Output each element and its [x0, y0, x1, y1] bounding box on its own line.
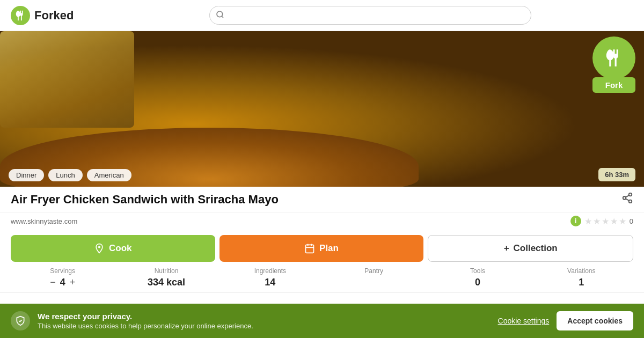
- star-1: ★: [584, 216, 592, 226]
- fries-layer: [0, 31, 134, 128]
- stat-nutrition: Nutrition 334 kcal: [114, 267, 218, 288]
- hero-image: Fork Dinner Lunch American 6h 33m: [0, 31, 644, 187]
- cookie-description: This website uses cookies to help person…: [38, 322, 491, 330]
- header: Forked: [0, 0, 644, 31]
- plan-button[interactable]: Plan: [219, 235, 424, 262]
- hero-background: [0, 31, 644, 187]
- cook-button[interactable]: Cook: [11, 235, 215, 262]
- svg-point-7: [98, 246, 100, 248]
- fork-button-wrap[interactable]: Fork: [592, 36, 635, 93]
- search-input[interactable]: [209, 6, 531, 25]
- recipe-title: Air Fryer Chicken Sandwich with Sriracha…: [11, 193, 279, 207]
- collection-plus: +: [504, 243, 509, 254]
- svg-line-5: [626, 199, 629, 201]
- star-3: ★: [602, 216, 609, 226]
- star-5: ★: [619, 216, 626, 226]
- servings-number: 4: [60, 277, 65, 288]
- servings-minus[interactable]: −: [50, 277, 56, 288]
- star-4: ★: [610, 216, 618, 226]
- tools-label: Tools: [426, 267, 529, 275]
- star-2: ★: [593, 216, 601, 226]
- ingredients-value: 14: [218, 277, 322, 288]
- tags-row: Dinner Lunch American: [9, 169, 131, 181]
- tag-dinner[interactable]: Dinner: [9, 169, 44, 181]
- title-bar: Air Fryer Chicken Sandwich with Sriracha…: [0, 187, 644, 212]
- svg-line-6: [626, 195, 629, 197]
- stat-variations: Variations 1: [530, 267, 633, 288]
- stat-servings: Servings − 4 +: [11, 267, 114, 288]
- ingredients-label: Ingredients: [218, 267, 322, 275]
- logo-icon: [11, 6, 30, 25]
- cookie-text-area: We respect your privacy. This website us…: [38, 312, 491, 330]
- svg-point-3: [623, 196, 626, 200]
- source-link[interactable]: www.skinnytaste.com: [11, 217, 77, 225]
- cookie-accept-button[interactable]: Accept cookies: [557, 311, 633, 330]
- collection-label: Collection: [514, 243, 558, 254]
- search-icon: [216, 10, 224, 21]
- fork-button[interactable]: Fork: [592, 77, 635, 93]
- tag-lunch[interactable]: Lunch: [48, 169, 82, 181]
- servings-value: − 4 +: [11, 277, 114, 288]
- stat-pantry: Pantry: [322, 267, 426, 288]
- collection-button[interactable]: + Collection: [428, 235, 633, 262]
- nutrition-value: 334 kcal: [114, 277, 218, 288]
- svg-point-4: [629, 200, 632, 203]
- source-row: www.skinnytaste.com i ★ ★ ★ ★ ★ 0: [0, 212, 644, 230]
- share-icon[interactable]: [621, 192, 633, 207]
- cookie-banner: We respect your privacy. This website us…: [0, 304, 644, 338]
- servings-label: Servings: [11, 267, 114, 275]
- stars-area: i ★ ★ ★ ★ ★ 0: [570, 216, 633, 226]
- tools-value: 0: [426, 277, 529, 288]
- cookie-shield-icon: [11, 311, 30, 330]
- tag-american[interactable]: American: [87, 169, 131, 181]
- stats-row: Servings − 4 + Nutrition 334 kcal Ingred…: [0, 267, 644, 293]
- rating-count: 0: [630, 217, 633, 225]
- svg-point-0: [217, 11, 223, 17]
- search-bar: [209, 6, 531, 25]
- svg-point-2: [629, 193, 632, 196]
- cookie-title: We respect your privacy.: [38, 312, 491, 321]
- fork-circle-icon[interactable]: [592, 36, 635, 79]
- time-badge: 6h 33m: [598, 168, 635, 181]
- plan-label: Plan: [319, 243, 339, 254]
- logo-area: Forked: [11, 6, 107, 25]
- stars: ★ ★ ★ ★ ★: [584, 216, 626, 226]
- variations-label: Variations: [530, 267, 633, 275]
- cookie-settings-button[interactable]: Cookie settings: [498, 317, 550, 325]
- stat-tools: Tools 0: [426, 267, 529, 288]
- pantry-label: Pantry: [322, 267, 426, 275]
- action-buttons: Cook Plan + Collection: [0, 230, 644, 267]
- logo-text: Forked: [34, 9, 74, 23]
- svg-rect-8: [306, 245, 314, 253]
- nutrition-label: Nutrition: [114, 267, 218, 275]
- info-icon: i: [570, 216, 581, 226]
- stat-ingredients: Ingredients 14: [218, 267, 322, 288]
- cook-label: Cook: [109, 243, 132, 254]
- svg-line-1: [222, 16, 223, 18]
- variations-value: 1: [530, 277, 633, 288]
- servings-plus[interactable]: +: [70, 277, 76, 288]
